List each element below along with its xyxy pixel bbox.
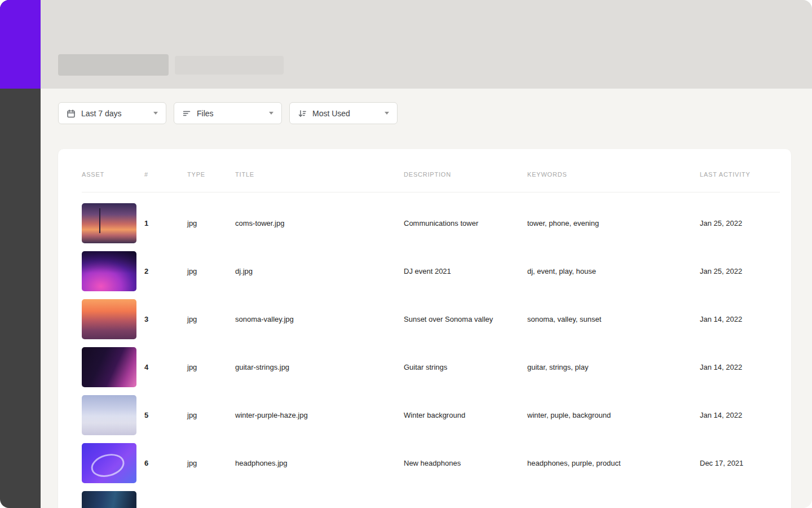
asset-last-activity: Jan 14, 2022 bbox=[700, 315, 780, 323]
asset-description: Winter background bbox=[404, 411, 527, 419]
asset-number: 3 bbox=[144, 315, 187, 323]
asset-keywords: winter, puple, background bbox=[527, 411, 700, 419]
files-filter-dropdown[interactable]: Files bbox=[174, 102, 282, 124]
asset-title: winter-purple-haze.jpg bbox=[235, 411, 404, 419]
asset-last-activity: Jan 25, 2022 bbox=[700, 267, 780, 275]
column-header-type: TYPE bbox=[187, 171, 235, 178]
chevron-down-icon bbox=[385, 112, 389, 115]
header-skeleton-block-2 bbox=[175, 56, 284, 75]
asset-description: Guitar strings bbox=[404, 363, 527, 371]
date-range-dropdown[interactable]: Last 7 days bbox=[58, 102, 166, 124]
date-range-label: Last 7 days bbox=[81, 109, 149, 118]
asset-thumbnail[interactable] bbox=[82, 491, 136, 508]
asset-thumbnail[interactable] bbox=[82, 203, 136, 243]
table-row[interactable]: 6 jpg headphones.jpg New headphones head… bbox=[82, 439, 780, 487]
app-window: Last 7 days Files bbox=[0, 0, 812, 508]
chevron-down-icon bbox=[153, 112, 158, 115]
column-header-description: DESCRIPTION bbox=[404, 171, 527, 178]
asset-thumbnail[interactable] bbox=[82, 443, 136, 483]
table-body: 1 jpg coms-tower.jpg Communications towe… bbox=[82, 192, 780, 508]
asset-number: 5 bbox=[144, 411, 187, 419]
asset-thumbnail[interactable] bbox=[82, 299, 136, 339]
asset-type: jpg bbox=[187, 363, 235, 371]
table-header-row: ASSET # TYPE TITLE DESCRIPTION KEYWORDS … bbox=[82, 149, 780, 192]
asset-type: jpg bbox=[187, 315, 235, 323]
asset-last-activity: Jan 14, 2022 bbox=[700, 411, 780, 419]
table-row[interactable]: 4 jpg guitar-strings.jpg Guitar strings … bbox=[82, 343, 780, 391]
asset-keywords: tower, phone, evening bbox=[527, 219, 700, 227]
column-header-asset: ASSET bbox=[82, 171, 144, 178]
table-row[interactable]: 5 jpg winter-purple-haze.jpg Winter back… bbox=[82, 391, 780, 439]
column-header-last-activity: LAST ACTIVITY bbox=[700, 171, 780, 178]
top-header bbox=[41, 0, 812, 89]
filter-bar: Last 7 days Files bbox=[58, 102, 791, 124]
column-header-title: TITLE bbox=[235, 171, 404, 178]
sort-dropdown[interactable]: Most Used bbox=[289, 102, 398, 124]
calendar-icon bbox=[67, 109, 76, 118]
assets-table-card: ASSET # TYPE TITLE DESCRIPTION KEYWORDS … bbox=[58, 149, 791, 508]
sidebar-logo-area bbox=[0, 0, 41, 89]
asset-keywords: sonoma, valley, sunset bbox=[527, 315, 700, 323]
asset-keywords: dj, event, play, house bbox=[527, 267, 700, 275]
asset-description: New headphones bbox=[404, 459, 527, 467]
asset-thumbnail[interactable] bbox=[82, 251, 136, 291]
table-row[interactable]: 3 jpg sonoma-valley.jpg Sunset over Sono… bbox=[82, 295, 780, 343]
asset-description: Communications tower bbox=[404, 219, 527, 227]
sort-icon bbox=[298, 109, 307, 118]
content-area: Last 7 days Files bbox=[41, 89, 812, 508]
asset-last-activity: Jan 25, 2022 bbox=[700, 219, 780, 227]
asset-thumbnail[interactable] bbox=[82, 395, 136, 435]
asset-type: jpg bbox=[187, 459, 235, 467]
table-row[interactable]: 1 jpg coms-tower.jpg Communications towe… bbox=[82, 199, 780, 247]
column-header-keywords: KEYWORDS bbox=[527, 171, 700, 178]
asset-number: 6 bbox=[144, 459, 187, 467]
asset-last-activity: Jan 14, 2022 bbox=[700, 363, 780, 371]
sidebar bbox=[0, 0, 41, 508]
asset-number: 4 bbox=[144, 363, 187, 371]
asset-title: headphones.jpg bbox=[235, 459, 404, 467]
table-row[interactable]: 2 jpg dj.jpg DJ event 2021 dj, event, pl… bbox=[82, 247, 780, 295]
asset-type: jpg bbox=[187, 411, 235, 419]
asset-keywords: guitar, strings, play bbox=[527, 363, 700, 371]
asset-description: Sunset over Sonoma valley bbox=[404, 315, 527, 323]
chevron-down-icon bbox=[269, 112, 273, 115]
asset-description: DJ event 2021 bbox=[404, 267, 527, 275]
asset-title: coms-tower.jpg bbox=[235, 219, 404, 227]
asset-title: guitar-strings.jpg bbox=[235, 363, 404, 371]
asset-keywords: headphones, purple, product bbox=[527, 459, 700, 467]
column-header-number: # bbox=[144, 171, 187, 178]
table-row[interactable]: 7 jpg wall.jpg Wall background wall, bri… bbox=[82, 487, 780, 508]
asset-number: 2 bbox=[144, 267, 187, 275]
header-skeleton-block-1 bbox=[58, 54, 169, 76]
asset-type: jpg bbox=[187, 267, 235, 275]
asset-type: jpg bbox=[187, 219, 235, 227]
asset-number: 1 bbox=[144, 219, 187, 227]
asset-thumbnail[interactable] bbox=[82, 347, 136, 387]
sort-label: Most Used bbox=[312, 109, 380, 118]
main-area: Last 7 days Files bbox=[41, 0, 812, 508]
files-filter-label: Files bbox=[197, 109, 264, 118]
asset-last-activity: Dec 17, 2021 bbox=[700, 459, 780, 467]
asset-title: sonoma-valley.jpg bbox=[235, 315, 404, 323]
asset-title: dj.jpg bbox=[235, 267, 404, 275]
filter-icon bbox=[182, 109, 191, 118]
